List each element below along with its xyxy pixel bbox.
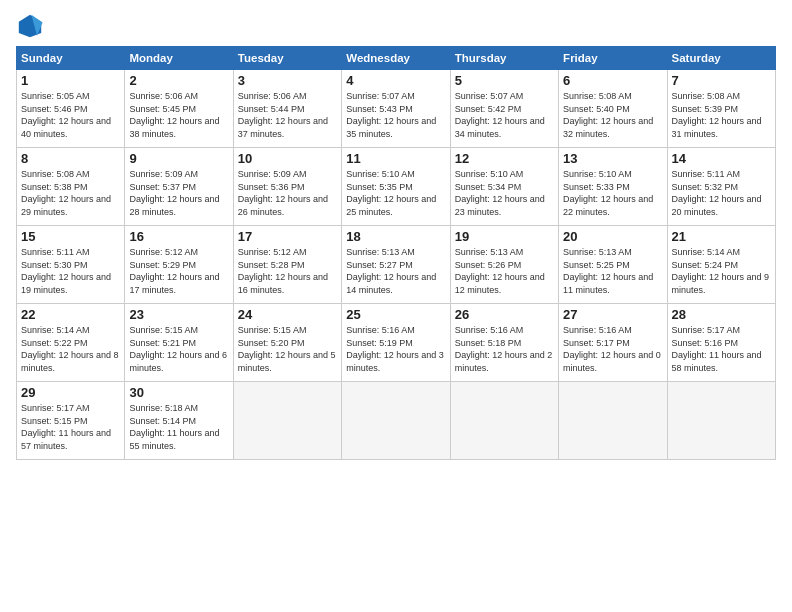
day-cell — [667, 382, 775, 460]
day-number: 12 — [455, 151, 554, 166]
day-cell — [559, 382, 667, 460]
day-details: Sunrise: 5:08 AMSunset: 5:38 PMDaylight:… — [21, 169, 111, 217]
day-details: Sunrise: 5:12 AMSunset: 5:28 PMDaylight:… — [238, 247, 328, 295]
logo — [16, 12, 48, 40]
day-cell: 24Sunrise: 5:15 AMSunset: 5:20 PMDayligh… — [233, 304, 341, 382]
day-number: 19 — [455, 229, 554, 244]
day-number: 3 — [238, 73, 337, 88]
day-cell: 6Sunrise: 5:08 AMSunset: 5:40 PMDaylight… — [559, 70, 667, 148]
col-header-sunday: Sunday — [17, 47, 125, 70]
day-cell: 1Sunrise: 5:05 AMSunset: 5:46 PMDaylight… — [17, 70, 125, 148]
day-number: 15 — [21, 229, 120, 244]
day-details: Sunrise: 5:05 AMSunset: 5:46 PMDaylight:… — [21, 91, 111, 139]
day-cell: 9Sunrise: 5:09 AMSunset: 5:37 PMDaylight… — [125, 148, 233, 226]
day-number: 25 — [346, 307, 445, 322]
day-cell: 18Sunrise: 5:13 AMSunset: 5:27 PMDayligh… — [342, 226, 450, 304]
day-cell: 13Sunrise: 5:10 AMSunset: 5:33 PMDayligh… — [559, 148, 667, 226]
day-number: 30 — [129, 385, 228, 400]
day-number: 17 — [238, 229, 337, 244]
day-cell: 11Sunrise: 5:10 AMSunset: 5:35 PMDayligh… — [342, 148, 450, 226]
day-cell — [450, 382, 558, 460]
day-number: 11 — [346, 151, 445, 166]
day-details: Sunrise: 5:16 AMSunset: 5:18 PMDaylight:… — [455, 325, 553, 373]
day-cell: 26Sunrise: 5:16 AMSunset: 5:18 PMDayligh… — [450, 304, 558, 382]
day-details: Sunrise: 5:06 AMSunset: 5:44 PMDaylight:… — [238, 91, 328, 139]
day-number: 26 — [455, 307, 554, 322]
day-cell: 7Sunrise: 5:08 AMSunset: 5:39 PMDaylight… — [667, 70, 775, 148]
day-details: Sunrise: 5:07 AMSunset: 5:42 PMDaylight:… — [455, 91, 545, 139]
day-details: Sunrise: 5:13 AMSunset: 5:26 PMDaylight:… — [455, 247, 545, 295]
day-number: 4 — [346, 73, 445, 88]
day-cell — [342, 382, 450, 460]
day-details: Sunrise: 5:06 AMSunset: 5:45 PMDaylight:… — [129, 91, 219, 139]
col-header-friday: Friday — [559, 47, 667, 70]
day-details: Sunrise: 5:10 AMSunset: 5:35 PMDaylight:… — [346, 169, 436, 217]
day-details: Sunrise: 5:07 AMSunset: 5:43 PMDaylight:… — [346, 91, 436, 139]
day-number: 13 — [563, 151, 662, 166]
day-cell: 14Sunrise: 5:11 AMSunset: 5:32 PMDayligh… — [667, 148, 775, 226]
day-number: 8 — [21, 151, 120, 166]
day-number: 27 — [563, 307, 662, 322]
day-cell: 8Sunrise: 5:08 AMSunset: 5:38 PMDaylight… — [17, 148, 125, 226]
day-number: 14 — [672, 151, 771, 166]
day-details: Sunrise: 5:17 AMSunset: 5:16 PMDaylight:… — [672, 325, 762, 373]
day-cell: 5Sunrise: 5:07 AMSunset: 5:42 PMDaylight… — [450, 70, 558, 148]
header-row — [16, 12, 776, 40]
col-header-tuesday: Tuesday — [233, 47, 341, 70]
day-details: Sunrise: 5:11 AMSunset: 5:30 PMDaylight:… — [21, 247, 111, 295]
day-details: Sunrise: 5:08 AMSunset: 5:40 PMDaylight:… — [563, 91, 653, 139]
header-row-days: SundayMondayTuesdayWednesdayThursdayFrid… — [17, 47, 776, 70]
day-number: 22 — [21, 307, 120, 322]
day-number: 20 — [563, 229, 662, 244]
col-header-thursday: Thursday — [450, 47, 558, 70]
day-cell: 20Sunrise: 5:13 AMSunset: 5:25 PMDayligh… — [559, 226, 667, 304]
day-number: 23 — [129, 307, 228, 322]
day-cell: 16Sunrise: 5:12 AMSunset: 5:29 PMDayligh… — [125, 226, 233, 304]
day-details: Sunrise: 5:16 AMSunset: 5:17 PMDaylight:… — [563, 325, 661, 373]
col-header-monday: Monday — [125, 47, 233, 70]
day-number: 6 — [563, 73, 662, 88]
day-number: 7 — [672, 73, 771, 88]
col-header-saturday: Saturday — [667, 47, 775, 70]
day-details: Sunrise: 5:11 AMSunset: 5:32 PMDaylight:… — [672, 169, 762, 217]
day-number: 5 — [455, 73, 554, 88]
day-number: 28 — [672, 307, 771, 322]
day-details: Sunrise: 5:10 AMSunset: 5:34 PMDaylight:… — [455, 169, 545, 217]
day-cell: 3Sunrise: 5:06 AMSunset: 5:44 PMDaylight… — [233, 70, 341, 148]
day-details: Sunrise: 5:13 AMSunset: 5:25 PMDaylight:… — [563, 247, 653, 295]
day-number: 9 — [129, 151, 228, 166]
day-number: 18 — [346, 229, 445, 244]
day-details: Sunrise: 5:14 AMSunset: 5:22 PMDaylight:… — [21, 325, 119, 373]
col-header-wednesday: Wednesday — [342, 47, 450, 70]
day-number: 2 — [129, 73, 228, 88]
day-number: 10 — [238, 151, 337, 166]
day-cell: 12Sunrise: 5:10 AMSunset: 5:34 PMDayligh… — [450, 148, 558, 226]
day-details: Sunrise: 5:12 AMSunset: 5:29 PMDaylight:… — [129, 247, 219, 295]
day-details: Sunrise: 5:10 AMSunset: 5:33 PMDaylight:… — [563, 169, 653, 217]
day-details: Sunrise: 5:17 AMSunset: 5:15 PMDaylight:… — [21, 403, 111, 451]
day-number: 21 — [672, 229, 771, 244]
day-number: 1 — [21, 73, 120, 88]
day-cell: 23Sunrise: 5:15 AMSunset: 5:21 PMDayligh… — [125, 304, 233, 382]
week-row-4: 22Sunrise: 5:14 AMSunset: 5:22 PMDayligh… — [17, 304, 776, 382]
day-details: Sunrise: 5:18 AMSunset: 5:14 PMDaylight:… — [129, 403, 219, 451]
day-cell: 21Sunrise: 5:14 AMSunset: 5:24 PMDayligh… — [667, 226, 775, 304]
day-cell: 29Sunrise: 5:17 AMSunset: 5:15 PMDayligh… — [17, 382, 125, 460]
day-cell: 28Sunrise: 5:17 AMSunset: 5:16 PMDayligh… — [667, 304, 775, 382]
week-row-5: 29Sunrise: 5:17 AMSunset: 5:15 PMDayligh… — [17, 382, 776, 460]
day-cell: 30Sunrise: 5:18 AMSunset: 5:14 PMDayligh… — [125, 382, 233, 460]
day-cell: 25Sunrise: 5:16 AMSunset: 5:19 PMDayligh… — [342, 304, 450, 382]
day-details: Sunrise: 5:09 AMSunset: 5:36 PMDaylight:… — [238, 169, 328, 217]
day-cell: 4Sunrise: 5:07 AMSunset: 5:43 PMDaylight… — [342, 70, 450, 148]
day-details: Sunrise: 5:13 AMSunset: 5:27 PMDaylight:… — [346, 247, 436, 295]
main-container: SundayMondayTuesdayWednesdayThursdayFrid… — [0, 0, 792, 468]
day-cell — [233, 382, 341, 460]
day-details: Sunrise: 5:14 AMSunset: 5:24 PMDaylight:… — [672, 247, 770, 295]
day-number: 16 — [129, 229, 228, 244]
week-row-1: 1Sunrise: 5:05 AMSunset: 5:46 PMDaylight… — [17, 70, 776, 148]
day-details: Sunrise: 5:08 AMSunset: 5:39 PMDaylight:… — [672, 91, 762, 139]
logo-icon — [16, 12, 44, 40]
day-cell: 27Sunrise: 5:16 AMSunset: 5:17 PMDayligh… — [559, 304, 667, 382]
week-row-2: 8Sunrise: 5:08 AMSunset: 5:38 PMDaylight… — [17, 148, 776, 226]
day-details: Sunrise: 5:15 AMSunset: 5:21 PMDaylight:… — [129, 325, 227, 373]
